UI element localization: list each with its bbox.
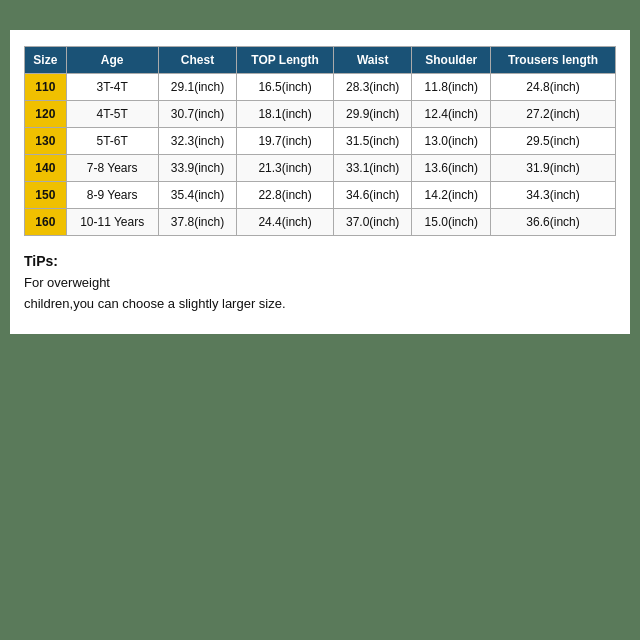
cell-size: 150 (25, 182, 67, 209)
table-cell: 7-8 Years (66, 155, 158, 182)
tips-section: TiPs: For overweight children,you can ch… (24, 250, 616, 314)
tips-line1: For overweight (24, 275, 110, 290)
table-row: 1305T-6T32.3(inch)19.7(inch)31.5(inch)13… (25, 128, 616, 155)
table-cell: 4T-5T (66, 101, 158, 128)
table-cell: 27.2(inch) (491, 101, 616, 128)
table-row: 1508-9 Years35.4(inch)22.8(inch)34.6(inc… (25, 182, 616, 209)
table-cell: 16.5(inch) (237, 74, 334, 101)
table-cell: 30.7(inch) (158, 101, 237, 128)
table-cell: 11.8(inch) (412, 74, 491, 101)
cell-size: 160 (25, 209, 67, 236)
table-cell: 37.0(inch) (333, 209, 412, 236)
size-chart-table: Size Age Chest TOP Length Waist Shoulder… (24, 46, 616, 236)
table-cell: 8-9 Years (66, 182, 158, 209)
table-cell: 12.4(inch) (412, 101, 491, 128)
tips-title: TiPs: (24, 253, 58, 269)
table-cell: 37.8(inch) (158, 209, 237, 236)
cell-size: 140 (25, 155, 67, 182)
table-cell: 24.8(inch) (491, 74, 616, 101)
table-cell: 29.5(inch) (491, 128, 616, 155)
table-cell: 24.4(inch) (237, 209, 334, 236)
table-cell: 29.9(inch) (333, 101, 412, 128)
table-cell: 15.0(inch) (412, 209, 491, 236)
table-cell: 13.6(inch) (412, 155, 491, 182)
table-row: 1103T-4T29.1(inch)16.5(inch)28.3(inch)11… (25, 74, 616, 101)
cell-size: 120 (25, 101, 67, 128)
table-cell: 34.3(inch) (491, 182, 616, 209)
cell-size: 130 (25, 128, 67, 155)
table-cell: 31.9(inch) (491, 155, 616, 182)
header-age: Age (66, 47, 158, 74)
table-cell: 21.3(inch) (237, 155, 334, 182)
table-cell: 14.2(inch) (412, 182, 491, 209)
table-row: 1407-8 Years33.9(inch)21.3(inch)33.1(inc… (25, 155, 616, 182)
table-header-row: Size Age Chest TOP Length Waist Shoulder… (25, 47, 616, 74)
table-cell: 19.7(inch) (237, 128, 334, 155)
table-cell: 32.3(inch) (158, 128, 237, 155)
header-top-length: TOP Length (237, 47, 334, 74)
table-cell: 34.6(inch) (333, 182, 412, 209)
table-cell: 33.9(inch) (158, 155, 237, 182)
table-cell: 35.4(inch) (158, 182, 237, 209)
header-size: Size (25, 47, 67, 74)
table-cell: 33.1(inch) (333, 155, 412, 182)
table-row: 1204T-5T30.7(inch)18.1(inch)29.9(inch)12… (25, 101, 616, 128)
table-cell: 31.5(inch) (333, 128, 412, 155)
header-waist: Waist (333, 47, 412, 74)
main-container: Size Age Chest TOP Length Waist Shoulder… (10, 30, 630, 334)
header-chest: Chest (158, 47, 237, 74)
table-cell: 29.1(inch) (158, 74, 237, 101)
tips-line2: children,you can choose a slightly large… (24, 296, 286, 311)
table-cell: 5T-6T (66, 128, 158, 155)
table-cell: 13.0(inch) (412, 128, 491, 155)
header-shoulder: Shoulder (412, 47, 491, 74)
table-cell: 28.3(inch) (333, 74, 412, 101)
cell-size: 110 (25, 74, 67, 101)
table-row: 16010-11 Years37.8(inch)24.4(inch)37.0(i… (25, 209, 616, 236)
table-cell: 36.6(inch) (491, 209, 616, 236)
table-cell: 10-11 Years (66, 209, 158, 236)
table-cell: 18.1(inch) (237, 101, 334, 128)
table-cell: 22.8(inch) (237, 182, 334, 209)
header-trousers-length: Trousers length (491, 47, 616, 74)
table-cell: 3T-4T (66, 74, 158, 101)
